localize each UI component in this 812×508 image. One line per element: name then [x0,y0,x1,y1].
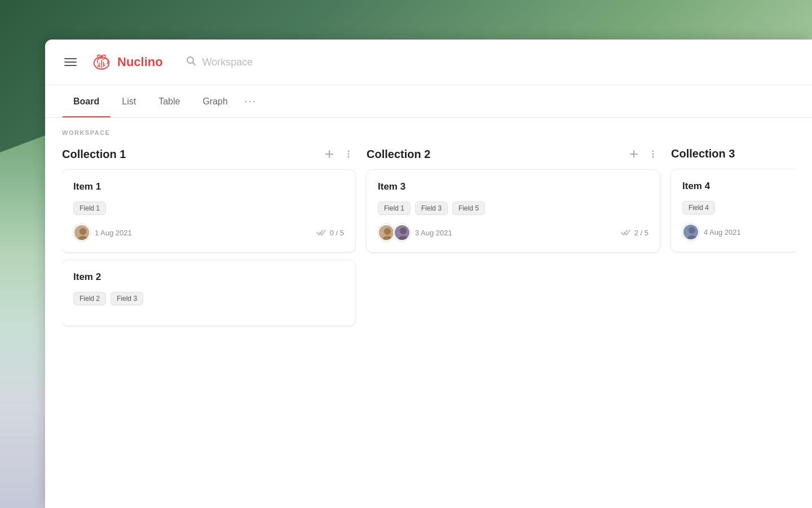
card-item-1[interactable]: Item 1 Field 1 [62,170,355,252]
card-item-2[interactable]: Item 2 Field 2 Field 3 [62,260,355,326]
collection-1-title: Collection 1 [62,148,323,161]
search-icon [186,55,197,69]
svg-point-8 [348,154,350,155]
tag-field1-item3[interactable]: Field 1 [378,202,411,215]
collection-2-more-button[interactable] [646,147,660,161]
card-item-3-footer: 3 Aug 2021 2 / 5 [378,224,648,241]
card-item-1-footer: 1 Aug 2021 0 / 5 [73,224,344,241]
svg-point-9 [348,156,350,158]
card-item-3[interactable]: Item 3 Field 1 Field 3 Field 5 [367,170,660,252]
tag-field2[interactable]: Field 2 [73,292,106,305]
card-item-4-tags: Field 4 [682,201,795,214]
svg-point-1 [97,65,99,67]
svg-point-16 [652,154,654,155]
card-item-3-title: Item 3 [378,181,648,192]
card-item-3-right: 2 / 5 [621,229,648,237]
logo-text: Nuclino [117,55,163,69]
svg-point-17 [652,156,654,158]
collection-1-add-button[interactable] [323,147,336,161]
tag-field3-item2[interactable]: Field 3 [111,292,143,305]
tabs-more-button[interactable]: ··· [239,85,262,117]
board-content: WORKSPACE Collection 1 [45,118,812,508]
card-item-1-right: 0 / 5 [316,229,344,237]
search-area: Workspace [186,55,795,69]
collection-3: Collection 3 Item 4 Field 4 [671,147,795,334]
card-item-3-tags: Field 1 Field 3 Field 5 [378,202,648,215]
card-item-4-date: 4 Aug 2021 [704,228,741,237]
card-item-4-left: 4 Aug 2021 [682,224,741,240]
card-item-1-date: 1 Aug 2021 [95,229,132,237]
tag-field3-item3[interactable]: Field 3 [415,202,448,215]
collection-3-title: Collection 3 [671,147,795,160]
collection-2-add-button[interactable] [627,147,641,161]
svg-point-15 [652,151,654,152]
collection-3-header: Collection 3 [671,147,795,160]
tag-field1[interactable]: Field 1 [73,202,106,215]
card-item-4-title: Item 4 [682,181,795,192]
tab-board[interactable]: Board [62,86,111,117]
collection-2-actions [627,147,660,161]
tab-graph[interactable]: Graph [191,86,239,117]
collection-1: Collection 1 [62,147,355,334]
tag-field4[interactable]: Field 4 [682,201,715,214]
collection-2: Collection 2 [367,147,660,334]
main-panel: Nuclino Workspace Board List Table Graph… [45,40,812,508]
collection-1-header: Collection 1 [62,147,355,161]
collection-2-header: Collection 2 [367,147,660,161]
svg-point-22 [400,227,407,234]
checkmark-icon-item3 [621,229,631,236]
svg-point-11 [80,228,86,235]
card-item-2-title: Item 2 [73,271,344,283]
check-count-item3: 2 / 5 [634,229,648,237]
tag-field5-item3[interactable]: Field 5 [452,202,485,215]
card-item-3-left: 3 Aug 2021 [378,224,452,241]
svg-point-19 [384,228,391,235]
svg-point-25 [689,227,695,234]
avatar-item1 [73,224,90,241]
avatar-item4 [682,224,699,240]
board: Collection 1 [62,147,795,345]
svg-line-4 [192,62,195,65]
card-item-4-footer: 4 Aug 2021 [682,224,795,240]
svg-point-2 [104,64,105,66]
logo[interactable]: Nuclino [90,51,163,73]
checkmark-icon-item1 [316,229,326,236]
card-item-1-left: 1 Aug 2021 [73,224,132,241]
tab-table[interactable]: Table [147,86,191,117]
avatar-item3-female [394,224,411,241]
workspace-label: WORKSPACE [62,129,795,136]
avatar-item3-male [378,224,395,241]
card-item-4[interactable]: Item 4 Field 4 [671,169,795,252]
tab-list[interactable]: List [111,86,147,117]
card-item-1-tags: Field 1 [73,202,344,215]
header: Nuclino Workspace [45,40,812,85]
brain-icon [90,51,113,73]
card-item-1-title: Item 1 [73,181,344,192]
collection-1-actions [323,147,355,161]
check-count-item1: 0 / 5 [330,229,344,237]
collection-1-more-button[interactable] [342,147,355,161]
search-placeholder[interactable]: Workspace [202,56,253,68]
card-item-2-tags: Field 2 Field 3 [73,292,344,305]
tabs-bar: Board List Table Graph ··· [45,85,812,118]
collection-2-title: Collection 2 [367,148,627,161]
card-item-3-date: 3 Aug 2021 [415,229,452,237]
menu-button[interactable] [62,56,79,68]
svg-point-7 [348,151,350,152]
